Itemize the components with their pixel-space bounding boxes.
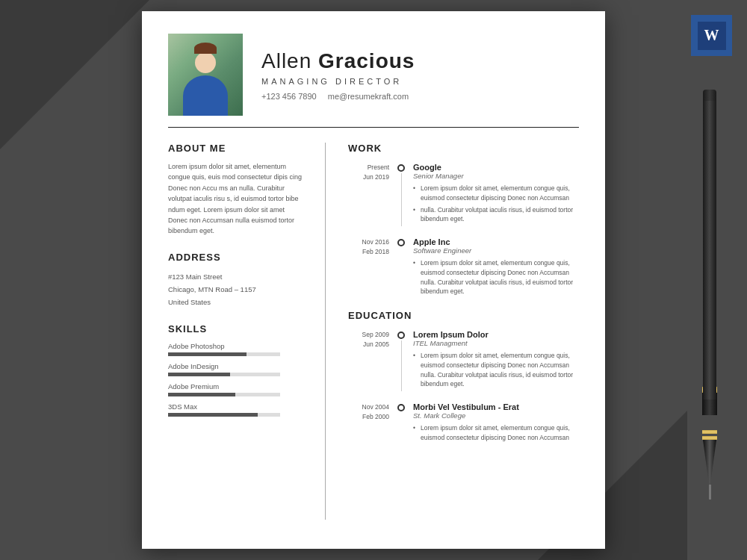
company-name: Google [413,163,579,172]
work-section: WORK Present Jun 2019 Google Senior Mana… [348,143,579,299]
address-line1: #123 Main Street [168,270,303,283]
work-list: Present Jun 2019 Google Senior Manager L… [348,163,579,299]
bullet: Lorem ipsum dolor sit amet, elementum co… [413,184,579,203]
pen-ring-2 [702,430,717,434]
date-start: Present [348,163,389,172]
skill-item: Adobe Premium [168,382,303,396]
name-light: Allen [261,49,318,72]
date-end: Jun 2019 [348,172,389,182]
name-bold: Gracious [318,49,415,72]
word-icon-letter: W [698,22,726,50]
word-icon[interactable]: W [691,15,732,56]
skill-item: Adobe InDesign [168,362,303,376]
bullet: Lorem ipsum dolor sit amet, elementum co… [413,258,579,296]
bullet: Lorem ipsum dolor sit amet, elementum co… [413,423,579,443]
timeline-line [401,340,402,391]
right-column: WORK Present Jun 2019 Google Senior Mana… [348,143,579,520]
institution-name: Lorem Ipsum Dolor [413,330,579,339]
address-line3: United States [168,296,303,308]
skill-name: Adobe Photoshop [168,342,303,350]
phone: +123 456 7890 [261,92,317,101]
skills-list: Adobe Photoshop Adobe InDesign Adobe Pre… [168,342,303,417]
degree: St. Mark College [413,411,579,420]
date-start: Nov 2004 [348,402,389,412]
education-section: EDUCATION Sep 2009 Jun 2005 Lorem Ipsum … [348,310,579,445]
work-title: WORK [348,143,579,154]
address-section: ADDRESS #123 Main Street Chicago, MTN Ro… [168,252,303,308]
contact-info: +123 456 7890 me@resumekraft.com [261,92,579,101]
timeline-dot [397,239,405,246]
company-name: Apple Inc [413,237,579,246]
timeline-dot [397,332,405,339]
job-bullets: Lorem ipsum dolor sit amet, elementum co… [413,184,579,224]
skill-name: Adobe InDesign [168,362,303,370]
pen-body [703,90,716,388]
profile-photo [168,34,243,116]
person-name: Allen Gracious [261,49,579,73]
about-title: ABOUT ME [168,143,303,154]
timeline-dates: Sep 2009 Jun 2005 [348,330,389,391]
timeline-dot-container [395,330,407,391]
resume-body: ABOUT ME Lorem ipsum dolor sit amet, ele… [142,128,605,535]
skill-bar-fill [168,373,230,376]
address-text: #123 Main Street Chicago, MTN Road – 115… [168,270,303,308]
skill-bar-fill [168,352,247,356]
education-item: Nov 2004 Feb 2000 Morbi Vel Vestibulum -… [348,402,579,445]
left-column: ABOUT ME Lorem ipsum dolor sit amet, ele… [168,143,303,520]
address-title: ADDRESS [168,252,303,263]
date-end: Feb 2018 [348,247,389,257]
skills-section: SKILLS Adobe Photoshop Adobe InDesign Ad… [168,323,303,417]
header-info: Allen Gracious MANAGING DIRECTOR +123 45… [261,49,579,101]
address-line2: Chicago, MTN Road – 1157 [168,283,303,296]
pen-tip [709,485,711,500]
person-title: MANAGING DIRECTOR [261,77,579,86]
person-head [195,52,216,73]
timeline-line [401,173,402,226]
column-divider [325,143,326,520]
date-start: Nov 2016 [348,237,389,247]
skills-title: SKILLS [168,323,303,335]
timeline-content: Morbi Vel Vestibulum - Erat St. Mark Col… [413,402,579,445]
date-start: Sep 2009 [348,330,389,340]
skill-bar-bg [168,352,280,356]
education-list: Sep 2009 Jun 2005 Lorem Ipsum Dolor ITEL… [348,330,579,445]
date-end: Jun 2005 [348,340,389,349]
pen-nib [703,440,716,485]
timeline-content: Apple Inc Software Engineer Lorem ipsum … [413,237,579,299]
timeline-dot [397,404,405,411]
pen-ring-3 [702,436,717,440]
bullet: Lorem ipsum dolor sit amet, elementum co… [413,351,579,389]
timeline-dot-container [395,402,407,445]
work-item: Nov 2016 Feb 2018 Apple Inc Software Eng… [348,237,579,299]
person-hair [194,43,217,54]
timeline-dot-container [395,163,407,226]
edu-bullets: Lorem ipsum dolor sit amet, elementum co… [413,351,579,389]
timeline-dot [397,164,405,172]
skill-item: 3DS Max [168,402,303,417]
timeline-dates: Nov 2004 Feb 2000 [348,402,389,445]
job-title: Senior Manager [413,172,579,180]
work-item: Present Jun 2019 Google Senior Manager L… [348,163,579,226]
skill-item: Adobe Photoshop [168,342,303,356]
person-body [183,75,228,116]
edu-bullets: Lorem ipsum dolor sit amet, elementum co… [413,423,579,443]
resume-document: Allen Gracious MANAGING DIRECTOR +123 45… [142,11,605,549]
pen-decoration [687,90,732,523]
about-text: Lorem ipsum dolor sit amet, elementum co… [168,161,303,237]
education-item: Sep 2009 Jun 2005 Lorem Ipsum Dolor ITEL… [348,330,579,391]
skill-bar-bg [168,393,280,396]
institution-name: Morbi Vel Vestibulum - Erat [413,402,579,411]
skill-bar-fill [168,393,235,396]
email: me@resumekraft.com [328,92,409,101]
timeline-content: Google Senior Manager Lorem ipsum dolor … [413,163,579,226]
degree: ITEL Managment [413,339,579,347]
date-end: Feb 2000 [348,412,389,422]
skill-bar-fill [168,413,258,417]
timeline-dates: Present Jun 2019 [348,163,389,226]
education-title: EDUCATION [348,310,579,321]
timeline-content: Lorem Ipsum Dolor ITEL Managment Lorem i… [413,330,579,391]
about-section: ABOUT ME Lorem ipsum dolor sit amet, ele… [168,143,303,237]
skill-name: Adobe Premium [168,382,303,391]
bullet: nulla. Curabitur volutpat iaculis risus,… [413,205,579,225]
resume-header: Allen Gracious MANAGING DIRECTOR +123 45… [142,11,605,127]
